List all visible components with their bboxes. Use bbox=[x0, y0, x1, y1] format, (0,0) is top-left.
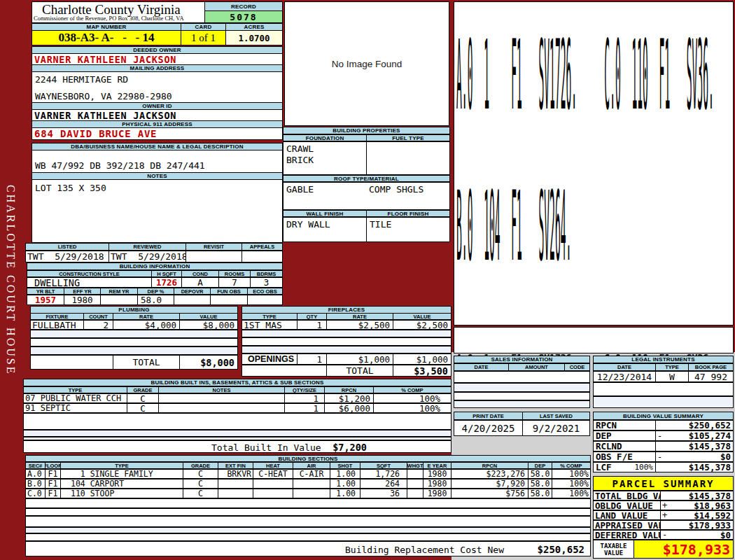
bvs-label: OBS F/E bbox=[596, 452, 633, 461]
legal-instruments-title: LEGAL INSTRUMENTS bbox=[593, 356, 734, 363]
map-number-value: 038-A3- A- - - 14 bbox=[31, 30, 181, 46]
last-saved-label: LAST SAVED bbox=[522, 412, 589, 419]
legal-date-label: DATE bbox=[594, 364, 655, 370]
sales-empty-row bbox=[454, 400, 590, 408]
notes-box: LOT 135 X 350 bbox=[31, 179, 283, 243]
building-info-header-row2: YR BLT EFF YR REM YR DEP % DEPOVR FUN OB… bbox=[27, 288, 283, 295]
replacement-cost-row: Building Replacement Cost New $250,652 bbox=[25, 541, 591, 556]
sketch-stretched-line1: A.0 1 F1 SV1726. C.0 110 F1 SV36. bbox=[456, 20, 714, 131]
built-ins-grade: C bbox=[127, 394, 158, 402]
roof-label: ROOF TYPE/MATERIAL bbox=[283, 175, 450, 182]
depovr-label: DEPOVR bbox=[174, 288, 210, 294]
parcel-label: DEFERRED VALUE bbox=[594, 531, 660, 539]
bs-type: 1 SINGLE FAMILY bbox=[60, 470, 183, 478]
mailing-address-line1: 2244 HERMITAGE RD bbox=[35, 74, 128, 85]
revisit-value bbox=[186, 251, 241, 262]
bs-grade: C bbox=[183, 470, 218, 478]
bs-heat-label: HEAT bbox=[253, 463, 293, 468]
foundation-box: CRAWL BRICK bbox=[283, 141, 367, 175]
built-ins-empty-row bbox=[23, 430, 451, 437]
bs-eyear: 1980 bbox=[423, 489, 451, 498]
bs-eyear-label: E YEAR bbox=[423, 463, 451, 468]
plumbing-total-label: TOTAL bbox=[113, 356, 179, 369]
appeals-value bbox=[241, 251, 282, 262]
eco-obs-value bbox=[247, 295, 282, 304]
plumbing-count: 2 bbox=[83, 321, 113, 329]
sketch-stretched-line2: B.0 104 F1 SV264. bbox=[456, 172, 571, 282]
replacement-cost-value: $250,652 bbox=[538, 544, 584, 555]
bs-extfin bbox=[218, 489, 253, 498]
bvs-op: - bbox=[656, 452, 664, 461]
legal-row: 12/23/2014 W 47 992 bbox=[593, 371, 734, 382]
foundation-label: FOUNDATION bbox=[283, 134, 367, 141]
fireplaces-openings-label: OPENINGS bbox=[242, 354, 297, 364]
bs-sqft: 264 bbox=[360, 479, 407, 488]
bs-rpcn: $223,276 bbox=[451, 470, 528, 478]
bs-eyear: 1980 bbox=[423, 479, 451, 488]
wall-finish-box: DRY WALL bbox=[283, 217, 367, 242]
bs-air bbox=[293, 489, 330, 498]
plumbing-rate-label: RATE bbox=[113, 314, 179, 319]
parcel-value: $0 bbox=[668, 531, 733, 539]
parcel-op: - bbox=[661, 531, 668, 539]
fuel-type-label: FUEL TYPE bbox=[366, 134, 450, 141]
fun-obs-label: FUN OBS bbox=[210, 288, 247, 294]
legal-description-box: WB 47/992 DB 392/218 DB 247/441 bbox=[31, 150, 283, 173]
bs-comp: 100% bbox=[552, 470, 590, 478]
plumbing-total-value: $8,000 bbox=[179, 356, 237, 369]
fireplaces-openings-qty: 1 bbox=[297, 354, 326, 364]
bs-extfin: BRKVR bbox=[218, 470, 253, 478]
parcel-row: APPRAISED VALUE $178,933 bbox=[593, 520, 734, 530]
bvs-label: RPCN bbox=[596, 421, 617, 430]
foundation-line2: BRICK bbox=[286, 155, 314, 165]
bs-heat bbox=[253, 479, 293, 488]
bs-grade-label: GRADE bbox=[183, 463, 218, 468]
bs-whgt bbox=[407, 470, 423, 478]
fireplaces-openings-value: $1,000 bbox=[393, 354, 451, 364]
building-value-summary-title: BUILDING VALUE SUMMARY bbox=[593, 412, 734, 420]
bs-whgt bbox=[407, 479, 423, 488]
physical-address-value: 684 DAVID BRUCE AVE bbox=[31, 127, 283, 140]
bs-extfin bbox=[218, 479, 253, 488]
parcel-label: APPRAISED VALUE bbox=[594, 521, 660, 529]
bs-grade: C bbox=[183, 489, 218, 498]
yr-blt-value: 1957 bbox=[27, 295, 64, 304]
bs-type: 110 STOOP bbox=[60, 489, 183, 498]
building-section-empty-row bbox=[25, 508, 591, 516]
fireplaces-value-label: VALUE bbox=[393, 314, 451, 319]
rem-yr-label: REM YR bbox=[100, 288, 137, 294]
eff-yr-label: EFF YR bbox=[64, 288, 100, 294]
floor-finish-label: FLOOR FINISH bbox=[366, 210, 450, 217]
bs-air bbox=[293, 479, 330, 488]
property-record-card: CHARLOTTE COURT HOUSE Charlotte County V… bbox=[0, 0, 735, 560]
bs-air-label: AIR bbox=[293, 463, 330, 468]
plumbing-count-label: COUNT bbox=[83, 314, 113, 319]
sales-code-label: CODE bbox=[564, 364, 589, 370]
built-ins-type: 07 PUBLIC WATER CCH bbox=[24, 394, 127, 402]
bs-whgt bbox=[407, 489, 423, 498]
built-ins-row: 91 SEPTIC C 1 $6,000 100% bbox=[23, 403, 451, 413]
fun-obs-value bbox=[210, 295, 247, 304]
rooms-label: ROOMS bbox=[218, 271, 250, 276]
sales-amount-label: AMOUNT bbox=[508, 364, 564, 370]
built-ins-qty-label: QTY/SIZE bbox=[284, 387, 324, 393]
roof-material-value: COMP SHGLS bbox=[369, 184, 424, 195]
built-ins-rpcn-label: RPCN bbox=[324, 387, 373, 393]
plumbing-header-row: FIXTURE COUNT RATE VALUE bbox=[30, 313, 238, 320]
building-section-row: B.0 F1 104 CARPORT C 1.00 264 1980 $7,92… bbox=[25, 479, 591, 489]
bs-sqft: 36 bbox=[360, 489, 407, 498]
sketch-legend-box: A.0 1 F1 SV1726. C.0 110 F1 SV36. B.0 10… bbox=[454, 327, 734, 354]
bs-heat bbox=[253, 489, 293, 498]
bs-comp: 100% bbox=[552, 489, 590, 498]
building-section-row: C.0 F1 110 STOOP C 1.00 36 1980 $756 58.… bbox=[25, 489, 591, 498]
yr-blt-label: YR BLT bbox=[27, 288, 64, 294]
fireplaces-value: $2,500 bbox=[393, 321, 451, 329]
built-ins-notes-label: NOTES bbox=[158, 387, 284, 393]
bvs-row: OBS F/E -$0 bbox=[593, 451, 734, 462]
bvs-op: - bbox=[656, 431, 664, 440]
reviewed-label: REVIEWED bbox=[108, 244, 186, 250]
roof-box: GABLE COMP SHGLS bbox=[283, 182, 450, 210]
print-date-value: 4/20/2025 bbox=[454, 421, 522, 435]
plumbing-empty-row bbox=[30, 330, 238, 338]
bs-type-label: TYPE bbox=[60, 463, 183, 468]
